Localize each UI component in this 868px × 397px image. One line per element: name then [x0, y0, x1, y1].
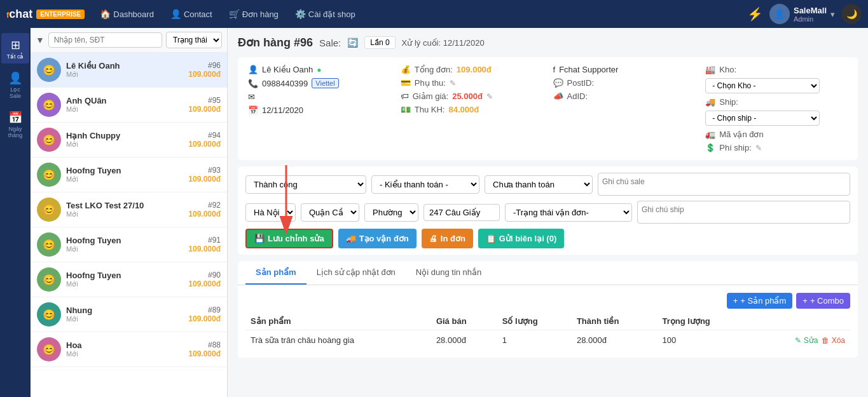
- kho-select[interactable]: - Chọn Kho -: [705, 78, 820, 93]
- sidebar-item-ngay-thang[interactable]: 📅 Ngày tháng: [1, 105, 29, 142]
- ma-van-don-row: 🚛 Mã vận đơn: [705, 130, 848, 139]
- customer-name: Test LKO Test 27/10: [66, 201, 183, 210]
- status-select[interactable]: Trạng thái: [166, 32, 222, 48]
- combo-button[interactable]: + + Combo: [796, 293, 850, 309]
- xu-ly-label: Xử lý cuối: 12/11/2020: [402, 38, 485, 48]
- payment-status-dropdown[interactable]: Chưa thanh toán: [485, 175, 593, 194]
- city-select[interactable]: Hà Nội: [245, 203, 296, 222]
- ship-select[interactable]: - Chọn ship -: [705, 111, 820, 126]
- tab-noi-dung[interactable]: Nội dung tin nhắn: [406, 261, 492, 285]
- product-table: Sản phẩm Giá bán Số lượng Thành tiền Trọ…: [245, 313, 850, 350]
- giam-gia-edit-icon[interactable]: ✎: [486, 92, 493, 101]
- filter-icon[interactable]: ▼: [36, 35, 45, 45]
- order-price: 109.000đ: [188, 210, 221, 219]
- phu-thu-edit-icon[interactable]: ✎: [450, 79, 456, 88]
- print-button[interactable]: 🖨 In đơn: [422, 229, 473, 248]
- tong-don-value: 109.000đ: [457, 65, 492, 74]
- delete-product-button[interactable]: 🗑 Xóa: [822, 336, 845, 345]
- email-icon: ✉: [248, 92, 255, 102]
- dashboard-icon: 🏠: [100, 9, 111, 19]
- customer-item[interactable]: 😊 Anh QUân Mới #95 109.000đ: [31, 88, 227, 123]
- sidebar-item-loc-sale[interactable]: 👤 Lọc Sale: [1, 66, 29, 103]
- phi-ship-row: 💲 Phí ship: ✎: [705, 143, 848, 152]
- user-area[interactable]: 👤 SaleMall Admin ▾: [769, 4, 835, 24]
- order-controls: Thành công Đang xử lý Hủy Mới - Kiểu tha…: [238, 166, 858, 255]
- phu-thu-label: Phụ thu:: [415, 78, 446, 88]
- payment-type-dropdown[interactable]: - Kiểu thanh toán -: [371, 175, 479, 194]
- edit-product-button[interactable]: ✎ Sửa: [795, 336, 818, 345]
- customer-item[interactable]: 😊 Hoofng Tuyen Mới #90 109.000đ: [31, 262, 227, 297]
- nav-contact[interactable]: 👤 Contact: [165, 6, 217, 22]
- customer-list-items: 😊 Lê Kiều Oanh Mới #96 109.000đ 😊 Anh QU…: [31, 53, 227, 367]
- col-so-luong: Số lượng: [497, 313, 572, 330]
- customer-item[interactable]: 😊 Hạnh Chuppy Mới #94 109.000đ: [31, 123, 227, 158]
- col-actions: [752, 313, 850, 330]
- note-ship-input[interactable]: [637, 201, 850, 224]
- product-table-header-row: + + Sản phẩm + + Combo: [245, 293, 850, 309]
- sidebar-item-all[interactable]: ⊞ Tất cả: [1, 33, 29, 64]
- add-product-button[interactable]: + + Sản phẩm: [727, 293, 793, 309]
- nav-settings[interactable]: ⚙️ Cài đặt shop: [290, 6, 361, 22]
- create-van-don-button[interactable]: 🚚 Tạo vận đơn: [338, 229, 417, 248]
- customer-name: Hoofng Tuyen: [66, 236, 183, 245]
- customer-item[interactable]: 😊 Nhung Mới #89 109.000đ: [31, 297, 227, 332]
- nav-orders-label: Đơn hàng: [242, 10, 279, 19]
- customer-status: Mới: [66, 175, 183, 184]
- nav-orders[interactable]: 🛒 Đơn hàng: [224, 6, 284, 22]
- customer-right: #95 109.000đ: [188, 96, 221, 114]
- save-button[interactable]: 💾 Lưu chỉnh sửa: [245, 229, 333, 248]
- controls-row1: Thành công Đang xử lý Hủy Mới - Kiểu tha…: [245, 173, 850, 196]
- customer-list: ▼ Trạng thái 😊 Lê Kiều Oanh Mới #96 109.…: [31, 28, 228, 397]
- refresh-icon[interactable]: 🔄: [347, 37, 358, 48]
- contact-icon: 👤: [170, 9, 181, 19]
- tabs-section: Sản phẩm Lịch sử cập nhật đơn Nội dung t…: [238, 261, 858, 358]
- customer-item[interactable]: 😊 Test LKO Test 27/10 Mới #92 109.000đ: [31, 192, 227, 227]
- note-sale-input[interactable]: [598, 173, 850, 196]
- nav-settings-label: Cài đặt shop: [308, 10, 355, 19]
- customer-item[interactable]: 😊 Hoofng Tuyen Mới #91 109.000đ: [31, 227, 227, 262]
- calendar-icon: 📅: [8, 111, 22, 124]
- nav-dashboard-label: Dashboard: [113, 10, 154, 19]
- customer-right: #93 109.000đ: [188, 166, 221, 184]
- status-dropdown[interactable]: Thành công Đang xử lý Hủy Mới: [245, 175, 366, 194]
- logo-text: fchat: [6, 8, 32, 21]
- customer-name: Hạnh Chuppy: [66, 131, 183, 140]
- customer-right: #92 109.000đ: [188, 201, 221, 219]
- phi-ship-edit-icon[interactable]: ✎: [755, 144, 762, 152]
- order-num: #96: [188, 61, 221, 70]
- add-product-label: + Sản phẩm: [740, 296, 786, 306]
- customer-status: Mới: [66, 140, 183, 149]
- customer-item[interactable]: 😊 Lê Kiều Oanh Mới #96 109.000đ: [31, 53, 227, 88]
- order-num: #90: [188, 271, 221, 279]
- district-select[interactable]: Quận Cầ: [301, 203, 359, 222]
- send-again-button[interactable]: 📋 Gửi biên lại (0): [478, 229, 564, 248]
- dark-avatar[interactable]: 🌙: [841, 4, 862, 24]
- customer-name: Hoa: [66, 340, 183, 350]
- sidebar-label-ngay-thang: Ngày tháng: [4, 126, 27, 138]
- post-id-row: 💬 PostID:: [553, 78, 696, 88]
- product-name-cell: Trà sữa trân châu hoàng gia: [245, 330, 431, 351]
- customer-info-col: 👤 Lê Kiều Oanh ● 📞 0988440399 Viettel ✉ …: [248, 65, 390, 152]
- order-num: #92: [188, 201, 221, 210]
- tab-san-pham[interactable]: Sản phẩm: [245, 261, 307, 285]
- order-num: #94: [188, 131, 221, 140]
- tab-lich-su[interactable]: Lịch sử cập nhật đơn: [307, 261, 406, 285]
- customer-info: Hạnh Chuppy Mới: [66, 131, 183, 149]
- kho-label: Kho:: [719, 65, 736, 74]
- phone-row: 📞 0988440399 Viettel: [248, 78, 390, 88]
- order-price: 109.000đ: [188, 140, 221, 149]
- order-num: #88: [188, 340, 221, 349]
- tabs-header: Sản phẩm Lịch sử cập nhật đơn Nội dung t…: [238, 261, 858, 285]
- ward-select[interactable]: Phường: [364, 203, 418, 222]
- customer-item[interactable]: 😊 Hoa Mới #88 109.000đ: [31, 332, 227, 367]
- customer-info: Hoofng Tuyen Mới: [66, 166, 183, 184]
- ship-row: 🚚 Ship:: [705, 97, 848, 107]
- customer-item[interactable]: 😊 Hoofng Tuyen Mới #93 109.000đ: [31, 158, 227, 192]
- phone-icon: 📞: [248, 79, 258, 88]
- search-input[interactable]: [48, 32, 162, 48]
- action-buttons: 💾 Lưu chỉnh sửa 🚚 Tạo vận đơn 🖨 In đơn 📋…: [245, 229, 850, 248]
- nav-dashboard[interactable]: 🏠 Dashboard: [95, 6, 159, 22]
- address-input[interactable]: [424, 204, 500, 221]
- notification-icon[interactable]: ⚡: [747, 6, 763, 22]
- van-don-status-select[interactable]: -Trạng thái vận đơn-: [505, 203, 632, 222]
